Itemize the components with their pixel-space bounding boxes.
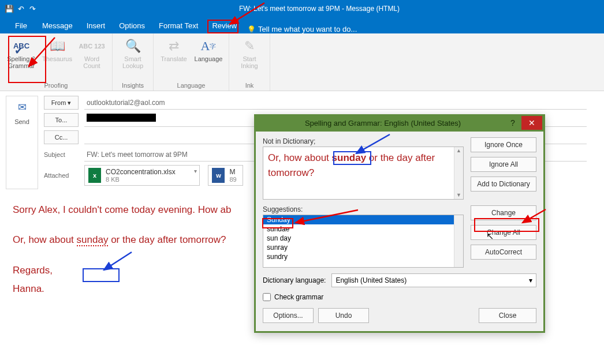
ribbon-group-proofing: ABC ✔ Spelling & Grammar 📖 Thesaurus ABC… (0, 33, 113, 91)
not-in-dictionary-box[interactable]: Or, how about sunday or the day after to… (263, 147, 464, 200)
suggestions-label: Suggestions: (263, 205, 464, 213)
smart-lookup-button[interactable]: 🔍 Smart Lookup (116, 36, 150, 70)
attachment-chip[interactable]: w M 89 (208, 165, 243, 186)
scrollbar[interactable] (454, 215, 463, 267)
tell-me[interactable]: 💡 Tell me what you want to do... (247, 25, 357, 33)
redacted-to (87, 114, 156, 122)
word-count-button[interactable]: ABC 123 Word Count (75, 36, 109, 70)
tab-options[interactable]: Options (112, 19, 152, 33)
translate-icon: ⇄ (169, 37, 179, 55)
suggestion-option[interactable]: sundae (263, 224, 463, 234)
tell-me-label: Tell me what you want to do... (258, 25, 357, 33)
spelling-grammar-button[interactable]: ABC ✔ Spelling & Grammar (3, 36, 39, 70)
from-field[interactable] (84, 96, 587, 110)
tab-review[interactable]: Review (205, 19, 244, 33)
chevron-down-icon[interactable]: ▾ (194, 168, 197, 174)
suggestion-option[interactable]: Sunday (263, 215, 463, 224)
book-icon: 📖 (50, 37, 65, 55)
change-button[interactable]: Change (471, 205, 536, 220)
dictionary-language-label: Dictionary language: (263, 276, 326, 284)
tab-message[interactable]: Message (35, 19, 80, 33)
change-all-button[interactable]: Change All (471, 225, 536, 240)
search-box-icon: 🔍 (125, 37, 141, 55)
word-icon: w (212, 168, 225, 183)
send-button[interactable]: ✉ Send (6, 96, 38, 189)
spelling-grammar-dialog: Spelling and Grammar: English (United St… (254, 114, 545, 333)
start-inking-button[interactable]: ✎ Start Inking (233, 36, 266, 70)
check-grammar-checkbox[interactable] (263, 293, 271, 301)
redo-icon[interactable]: ↷ (27, 5, 38, 13)
envelope-icon: ✉ (18, 101, 27, 114)
attachment-chip[interactable]: x CO2concentration.xlsx 8 KB ▾ (84, 165, 200, 186)
undo-button[interactable]: Undo (318, 308, 369, 323)
scrollbar[interactable] (454, 147, 463, 199)
subject-label: Subject (44, 151, 79, 158)
translate-button[interactable]: ⇄ Translate (157, 36, 191, 63)
tab-format-text[interactable]: Format Text (152, 19, 205, 33)
ribbon-group-insights: 🔍 Smart Lookup Insights (113, 33, 154, 91)
language-icon: A字 (201, 37, 217, 55)
ignore-all-button[interactable]: Ignore All (471, 157, 536, 172)
suggestion-option[interactable]: sunray (263, 243, 463, 252)
tab-insert[interactable]: Insert (80, 19, 113, 33)
dialog-title: Spelling and Grammar: English (United St… (262, 119, 504, 127)
spelling-error[interactable]: sunday (77, 234, 109, 246)
pen-icon: ✎ (244, 37, 255, 55)
autocorrect-button[interactable]: AutoCorrect (471, 245, 536, 260)
ribbon-group-ink: ✎ Start Inking Ink (229, 33, 270, 91)
thesaurus-button[interactable]: 📖 Thesaurus (40, 36, 74, 63)
undo-icon[interactable]: ↶ (15, 5, 27, 13)
suggestion-option[interactable]: sun day (263, 234, 463, 243)
excel-icon: x (88, 168, 101, 183)
tab-file[interactable]: File (7, 19, 35, 33)
dictionary-language-select[interactable]: English (United States) ▾ (331, 273, 536, 287)
suggestions-list[interactable]: Sunday sundae sun day sunray sundry (263, 215, 464, 268)
check-grammar-label: Check grammar (274, 293, 323, 301)
check-icon: ✔ (14, 46, 23, 57)
add-to-dictionary-button[interactable]: Add to Dictionary (471, 177, 536, 192)
ignore-once-button[interactable]: Ignore Once (471, 137, 536, 152)
chevron-down-icon: ▾ (529, 276, 532, 284)
window-title: FW: Let's meet tomorrow at 9PM - Message… (239, 5, 400, 13)
to-button[interactable]: To... (44, 113, 79, 127)
from-button[interactable]: From ▾ (44, 96, 79, 110)
bulb-icon: 💡 (247, 25, 256, 33)
suggestion-option[interactable]: sundry (263, 252, 463, 261)
attached-label: Attached (44, 172, 79, 179)
close-dialog-button[interactable]: Close (479, 308, 536, 323)
options-button[interactable]: Options... (263, 308, 314, 323)
ribbon-group-language: ⇄ Translate A字 Language Language (154, 33, 229, 91)
language-button[interactable]: A字 Language (192, 36, 225, 63)
ribbon-tabs: File Message Insert Options Format Text … (0, 17, 604, 33)
ribbon: ABC ✔ Spelling & Grammar 📖 Thesaurus ABC… (0, 33, 604, 91)
title-bar: 💾 ↶ ↷ FW: Let's meet tomorrow at 9PM - M… (0, 0, 604, 17)
close-button[interactable]: ✕ (521, 116, 542, 130)
save-icon[interactable]: 💾 (3, 5, 15, 13)
misspelled-word: sunday (332, 152, 367, 163)
help-button[interactable]: ? (504, 116, 521, 130)
cc-button[interactable]: Cc... (44, 130, 79, 144)
not-in-dictionary-label: Not in Dictionary; (263, 137, 464, 145)
